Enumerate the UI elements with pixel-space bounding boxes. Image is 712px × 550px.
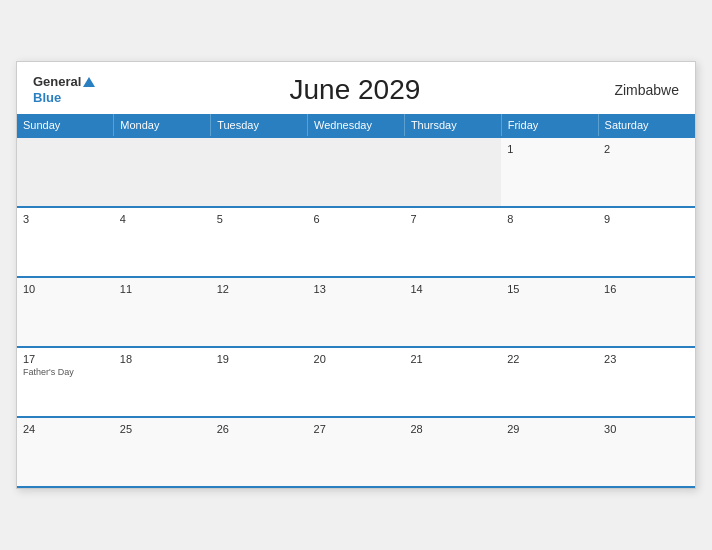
calendar-cell: 9 [598,207,695,277]
calendar-cell: 23 [598,347,695,417]
calendar-cell: 25 [114,417,211,487]
calendar-cell [404,137,501,207]
day-number: 29 [507,423,592,435]
day-number: 17 [23,353,108,365]
day-number: 4 [120,213,205,225]
calendar-cell: 3 [17,207,114,277]
day-number: 16 [604,283,689,295]
calendar-cell: 22 [501,347,598,417]
calendar-cell: 26 [211,417,308,487]
day-number: 26 [217,423,302,435]
day-number: 25 [120,423,205,435]
calendar-cell: 1 [501,137,598,207]
day-header-saturday: Saturday [598,114,695,137]
calendar-cell [17,137,114,207]
calendar-week-row: 24252627282930 [17,417,695,487]
day-number: 13 [314,283,399,295]
calendar-cell: 15 [501,277,598,347]
day-header-monday: Monday [114,114,211,137]
day-header-wednesday: Wednesday [308,114,405,137]
day-number: 19 [217,353,302,365]
country-label: Zimbabwe [614,82,679,98]
day-header-sunday: Sunday [17,114,114,137]
calendar-cell: 18 [114,347,211,417]
calendar-cell: 6 [308,207,405,277]
calendar-cell: 13 [308,277,405,347]
day-number: 23 [604,353,689,365]
calendar-cell [308,137,405,207]
calendar-cell: 24 [17,417,114,487]
calendar-cell: 17Father's Day [17,347,114,417]
calendar-cell: 19 [211,347,308,417]
day-number: 15 [507,283,592,295]
calendar-cell: 27 [308,417,405,487]
calendar-cell: 30 [598,417,695,487]
day-number: 28 [410,423,495,435]
day-number: 27 [314,423,399,435]
calendar-header: General Blue June 2029 Zimbabwe [17,62,695,114]
day-header-thursday: Thursday [404,114,501,137]
calendar-title: June 2029 [290,74,421,106]
logo-triangle-icon [83,77,95,87]
calendar-cell: 2 [598,137,695,207]
calendar-cell [114,137,211,207]
calendar-cell: 4 [114,207,211,277]
calendar-week-row: 3456789 [17,207,695,277]
day-number: 1 [507,143,592,155]
day-event: Father's Day [23,367,108,377]
calendar-cell: 7 [404,207,501,277]
calendar-cell: 11 [114,277,211,347]
calendar-cell: 5 [211,207,308,277]
calendar-week-row: 12 [17,137,695,207]
calendar-week-row: 10111213141516 [17,277,695,347]
calendar-cell [211,137,308,207]
logo-blue-text: Blue [33,90,95,106]
calendar-cell: 14 [404,277,501,347]
day-number: 7 [410,213,495,225]
day-number: 18 [120,353,205,365]
calendar-cell: 12 [211,277,308,347]
calendar-cell: 29 [501,417,598,487]
day-number: 8 [507,213,592,225]
day-number: 2 [604,143,689,155]
calendar-cell: 8 [501,207,598,277]
day-number: 14 [410,283,495,295]
calendar-grid: SundayMondayTuesdayWednesdayThursdayFrid… [17,114,695,488]
calendar-cell: 10 [17,277,114,347]
day-header-friday: Friday [501,114,598,137]
day-number: 22 [507,353,592,365]
day-number: 11 [120,283,205,295]
calendar-cell: 20 [308,347,405,417]
logo-area: General Blue [33,74,95,105]
day-number: 6 [314,213,399,225]
calendar-cell: 16 [598,277,695,347]
day-number: 20 [314,353,399,365]
logo-general-text: General [33,74,81,90]
day-number: 12 [217,283,302,295]
calendar-week-row: 17Father's Day181920212223 [17,347,695,417]
day-number: 3 [23,213,108,225]
day-header-tuesday: Tuesday [211,114,308,137]
day-number: 30 [604,423,689,435]
day-number: 24 [23,423,108,435]
calendar-header-row: SundayMondayTuesdayWednesdayThursdayFrid… [17,114,695,137]
calendar-body: 1234567891011121314151617Father's Day181… [17,137,695,487]
day-number: 10 [23,283,108,295]
day-number: 21 [410,353,495,365]
calendar-cell: 28 [404,417,501,487]
day-number: 9 [604,213,689,225]
calendar-container: General Blue June 2029 Zimbabwe SundayMo… [16,61,696,489]
day-number: 5 [217,213,302,225]
calendar-cell: 21 [404,347,501,417]
